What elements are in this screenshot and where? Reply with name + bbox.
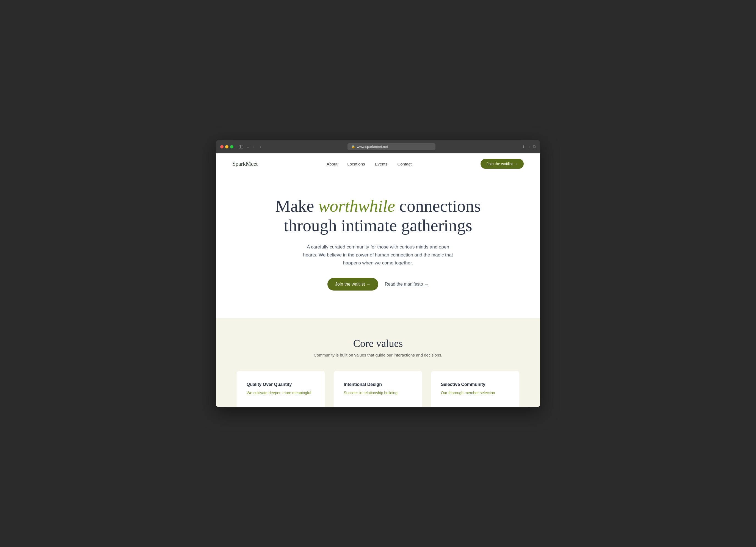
- forward-button[interactable]: ›: [258, 144, 263, 150]
- sidebar-toggle-icon[interactable]: [239, 145, 243, 148]
- maximize-button[interactable]: [230, 145, 233, 148]
- back-button[interactable]: ‹: [252, 144, 256, 150]
- nav-locations[interactable]: Locations: [347, 162, 365, 166]
- browser-window: ⌄ ‹ › 🔒 www.sparkmeet.net ⬆ + ⧉ SparkMee…: [216, 140, 540, 407]
- website-content: SparkMeet About Locations Events Contact…: [216, 153, 540, 407]
- tab-overview-button[interactable]: ⧉: [533, 144, 536, 149]
- share-button[interactable]: ⬆: [522, 145, 525, 149]
- value-card-selective-title: Selective Community: [441, 382, 509, 387]
- value-card-quality-title: Quality Over Quantity: [247, 382, 315, 387]
- browser-actions: ⬆ + ⧉: [522, 144, 536, 149]
- close-button[interactable]: [220, 145, 224, 148]
- nav-waitlist-button[interactable]: Join the waitlist →: [481, 159, 524, 169]
- value-card-intentional-title: Intentional Design: [344, 382, 412, 387]
- value-card-quality-desc: We cultivate deeper, more meaningful: [247, 390, 315, 396]
- hero-actions: Join the waitlist → Read the manifesto →: [232, 278, 524, 291]
- core-values-subtitle: Community is built on values that guide …: [232, 353, 524, 357]
- core-values-section: Core values Community is built on values…: [216, 318, 540, 407]
- core-values-header: Core values Community is built on values…: [232, 337, 524, 357]
- lock-icon: 🔒: [351, 145, 355, 148]
- navbar: SparkMeet About Locations Events Contact…: [216, 153, 540, 174]
- new-tab-button[interactable]: +: [528, 145, 530, 149]
- address-bar-input[interactable]: 🔒 www.sparkmeet.net: [347, 143, 435, 150]
- browser-chrome: ⌄ ‹ › 🔒 www.sparkmeet.net ⬆ + ⧉: [216, 140, 540, 153]
- value-card-selective-desc: Our thorough member selection: [441, 390, 509, 396]
- hero-manifesto-link[interactable]: Read the manifesto →: [385, 282, 429, 287]
- hero-section: Make worthwhile connectionsthrough intim…: [216, 174, 540, 318]
- value-card-selective: Selective Community Our thorough member …: [431, 371, 519, 407]
- nav-events[interactable]: Events: [375, 162, 388, 166]
- url-text: www.sparkmeet.net: [357, 145, 388, 149]
- nav-links: About Locations Events Contact: [327, 162, 412, 166]
- hero-title: Make worthwhile connectionsthrough intim…: [271, 196, 485, 236]
- site-logo[interactable]: SparkMeet: [232, 160, 258, 167]
- nav-about[interactable]: About: [327, 162, 337, 166]
- value-card-intentional: Intentional Design Success in relationsh…: [334, 371, 422, 407]
- minimize-button[interactable]: [225, 145, 228, 148]
- core-values-title: Core values: [232, 337, 524, 349]
- hero-waitlist-button[interactable]: Join the waitlist →: [327, 278, 378, 291]
- value-card-intentional-desc: Success in relationship building: [344, 390, 412, 396]
- address-bar: 🔒 www.sparkmeet.net: [266, 143, 516, 150]
- hero-title-highlight: worthwhile: [318, 197, 395, 215]
- hero-title-start: Make: [275, 197, 318, 215]
- value-card-quality: Quality Over Quantity We cultivate deepe…: [237, 371, 325, 407]
- hero-subtitle: A carefully curated community for those …: [301, 243, 455, 267]
- values-grid: Quality Over Quantity We cultivate deepe…: [232, 371, 524, 407]
- browser-controls: ⌄ ‹ ›: [239, 144, 263, 150]
- nav-contact[interactable]: Contact: [397, 162, 412, 166]
- traffic-lights: [220, 145, 233, 148]
